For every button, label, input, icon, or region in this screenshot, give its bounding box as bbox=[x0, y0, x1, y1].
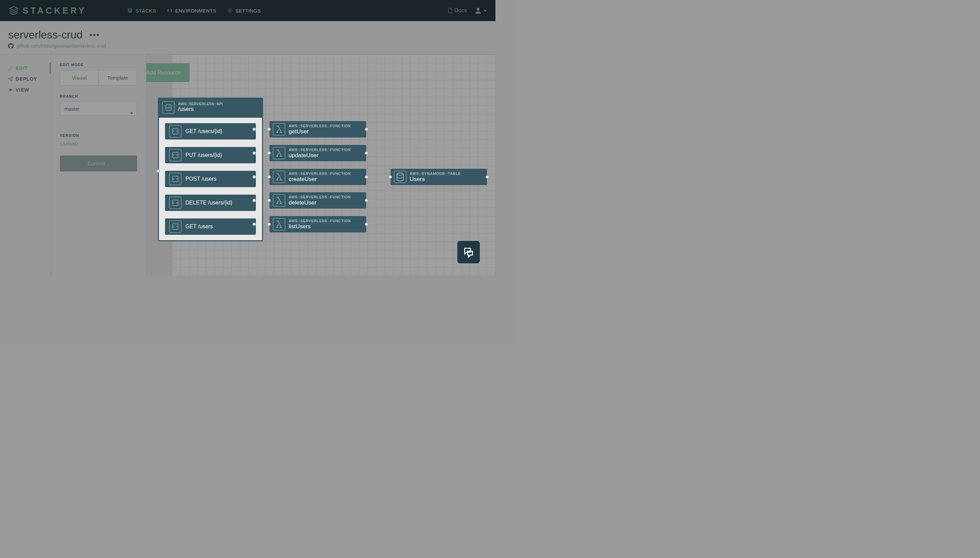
fn-name: getUser bbox=[289, 128, 351, 135]
nav-settings-label: SETTINGS bbox=[235, 8, 261, 14]
user-icon bbox=[474, 7, 482, 14]
fn-type: AWS::SERVERLESS::FUNCTION bbox=[289, 219, 351, 223]
tab-view[interactable]: VIEW bbox=[0, 84, 51, 95]
user-menu[interactable] bbox=[474, 7, 487, 14]
port[interactable] bbox=[268, 128, 271, 131]
nav-environments[interactable]: ENVIRONMENTS bbox=[167, 8, 217, 14]
port[interactable] bbox=[486, 175, 489, 179]
port[interactable] bbox=[365, 223, 368, 226]
port[interactable] bbox=[253, 175, 256, 179]
lambda-icon bbox=[274, 148, 284, 158]
port[interactable] bbox=[253, 223, 256, 226]
fn-name: updateUser bbox=[289, 152, 351, 159]
docs-icon bbox=[448, 8, 453, 13]
table-name: Users bbox=[410, 176, 461, 183]
repo-url: github.com/bildungsroman/serverless-crud bbox=[16, 43, 106, 49]
port[interactable] bbox=[268, 223, 271, 226]
mode-template[interactable]: Template bbox=[98, 71, 137, 85]
fn-type: AWS::SERVERLESS::FUNCTION bbox=[289, 195, 351, 199]
fn-type: AWS::SERVERLESS::FUNCTION bbox=[289, 124, 351, 128]
chevron-down-icon bbox=[483, 8, 487, 13]
github-icon bbox=[8, 43, 14, 49]
repo-link[interactable]: github.com/bildungsroman/serverless-crud bbox=[8, 43, 487, 49]
route-label: PUT /users/{id} bbox=[185, 152, 222, 158]
edit-panel: EDIT MODE Visual Template BRANCH master … bbox=[51, 54, 146, 276]
fn-name: deleteUser bbox=[289, 199, 351, 206]
port[interactable] bbox=[268, 199, 271, 202]
dynamodb-users[interactable]: AWS::DYNAMODB::TABLEUsers bbox=[391, 169, 487, 185]
mode-visual[interactable]: Visual bbox=[60, 71, 98, 85]
canvas[interactable]: + Add Resource AWS::SERVERLESS::API/user… bbox=[146, 54, 496, 276]
port[interactable] bbox=[156, 169, 160, 173]
route-get-users[interactable]: GET /users bbox=[165, 218, 256, 235]
route-delete-user[interactable]: DELETE /users/{id} bbox=[165, 195, 256, 211]
topright: Docs bbox=[448, 7, 487, 14]
commit-button[interactable]: Commit... bbox=[60, 156, 137, 171]
function-updateuser[interactable]: AWS::SERVERLESS::FUNCTIONupdateUser bbox=[269, 145, 366, 161]
port[interactable] bbox=[268, 175, 271, 179]
add-resource-label: Add Resource bbox=[146, 70, 181, 76]
add-resource-button[interactable]: + Add Resource bbox=[146, 63, 190, 82]
table-type: AWS::DYNAMODB::TABLE bbox=[410, 171, 461, 176]
route-icon bbox=[171, 199, 179, 207]
tab-deploy-label: DEPLOY bbox=[16, 76, 38, 82]
api-type: AWS::SERVERLESS::API bbox=[178, 102, 223, 106]
route-icon bbox=[171, 223, 179, 230]
lambda-icon bbox=[274, 195, 284, 205]
api-name: /users bbox=[178, 106, 223, 113]
route-label: GET /users bbox=[185, 223, 213, 230]
logo[interactable]: STACKERY bbox=[8, 5, 87, 16]
port[interactable] bbox=[253, 199, 256, 202]
function-deleteuser[interactable]: AWS::SERVERLESS::FUNCTIONdeleteUser bbox=[269, 192, 366, 208]
route-get-user[interactable]: GET /users/{id} bbox=[165, 123, 256, 140]
more-icon[interactable]: ••• bbox=[90, 31, 100, 39]
svg-point-9 bbox=[397, 173, 404, 175]
fn-name: createUser bbox=[289, 176, 351, 183]
brand-text: STACKERY bbox=[23, 5, 87, 16]
stacks-icon bbox=[127, 8, 133, 13]
gear-icon bbox=[227, 8, 233, 13]
edit-mode-label: EDIT MODE bbox=[60, 62, 137, 67]
function-listusers[interactable]: AWS::SERVERLESS::FUNCTIONlistUsers bbox=[269, 216, 366, 232]
chat-button[interactable] bbox=[457, 241, 480, 263]
route-put-user[interactable]: PUT /users/{id} bbox=[165, 147, 256, 163]
svg-point-2 bbox=[10, 89, 11, 90]
tab-view-label: VIEW bbox=[16, 87, 29, 92]
mode-toggle: Visual Template bbox=[60, 70, 137, 85]
deploy-icon bbox=[8, 77, 13, 81]
nav-environments-label: ENVIRONMENTS bbox=[175, 8, 217, 14]
lambda-icon bbox=[274, 172, 284, 182]
route-label: DELETE /users/{id} bbox=[185, 200, 232, 206]
port[interactable] bbox=[253, 151, 256, 155]
code-icon bbox=[167, 8, 172, 13]
svg-point-1 bbox=[477, 8, 479, 11]
port[interactable] bbox=[365, 128, 368, 131]
port[interactable] bbox=[389, 175, 392, 179]
version-label: VERSION bbox=[60, 133, 137, 138]
port[interactable] bbox=[253, 128, 256, 131]
api-node[interactable]: AWS::SERVERLESS::API/users GET /users/{i… bbox=[158, 98, 263, 241]
nav-settings[interactable]: SETTINGS bbox=[227, 8, 261, 14]
docs-link[interactable]: Docs bbox=[448, 8, 467, 14]
topnav: STACKS ENVIRONMENTS SETTINGS bbox=[127, 8, 261, 14]
svg-point-0 bbox=[229, 10, 231, 11]
docs-label: Docs bbox=[455, 8, 467, 14]
port[interactable] bbox=[365, 175, 368, 179]
function-getuser[interactable]: AWS::SERVERLESS::FUNCTIONgetUser bbox=[269, 121, 366, 138]
route-icon bbox=[171, 128, 179, 135]
branch-select[interactable]: master bbox=[60, 102, 137, 116]
lambda-icon bbox=[274, 125, 284, 134]
database-icon bbox=[396, 172, 405, 182]
port[interactable] bbox=[268, 151, 271, 155]
nav-stacks[interactable]: STACKS bbox=[127, 8, 156, 14]
version-link[interactable]: c84fa80 bbox=[60, 141, 137, 147]
tab-deploy[interactable]: DEPLOY bbox=[0, 74, 51, 84]
port[interactable] bbox=[365, 151, 368, 155]
lambda-icon bbox=[274, 220, 284, 229]
page-header: serverless-crud ••• github.com/bildungsr… bbox=[0, 21, 496, 54]
port[interactable] bbox=[365, 199, 368, 202]
tab-edit[interactable]: EDIT bbox=[0, 62, 51, 74]
route-post-user[interactable]: POST /users bbox=[165, 171, 256, 187]
function-createuser[interactable]: AWS::SERVERLESS::FUNCTIONcreateUser bbox=[269, 169, 366, 185]
eye-icon bbox=[8, 87, 13, 92]
